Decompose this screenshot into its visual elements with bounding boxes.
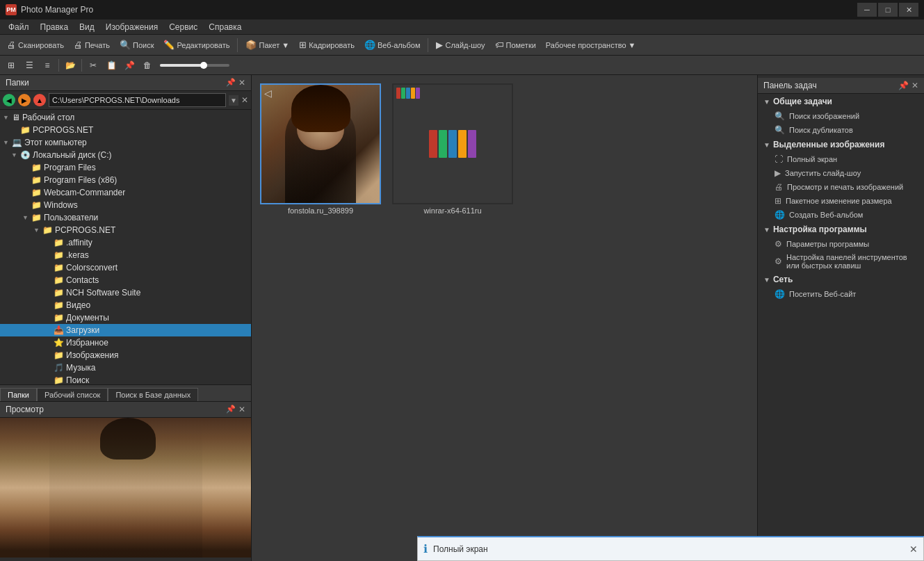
view-grid-button[interactable]: ⊞: [3, 58, 19, 73]
tree-label: Этот компьютер: [24, 138, 87, 147]
preview-pin-icon[interactable]: 📌: [226, 405, 236, 414]
tree-item-favorites[interactable]: ⭐ Избранное: [0, 336, 251, 349]
tree-item-pcprogs-user[interactable]: ▼ 📁 PCPROGS.NET: [0, 224, 251, 236]
tab-worklist[interactable]: Рабочий список: [37, 388, 108, 401]
up-button[interactable]: ▲: [33, 94, 46, 106]
tree-item-search-folder[interactable]: 📁 Поиск: [0, 374, 251, 384]
favorites-icon: ⭐: [54, 338, 64, 348]
task-batch-resize[interactable]: ⊞ Пакетное изменение размера: [758, 194, 924, 208]
right-panel-header: Панель задач 📌 ✕: [758, 78, 924, 94]
view-details-button[interactable]: ≡: [39, 58, 56, 73]
task-view-print[interactable]: 🖨 Просмотр и печать изображений: [758, 180, 924, 194]
task-visit-website[interactable]: 🌐 Посетить Веб-сайт: [758, 287, 924, 301]
menu-view[interactable]: Вид: [74, 21, 100, 33]
tree-item-pictures[interactable]: 📁 Изображения: [0, 349, 251, 361]
tree-item-colorsconvert[interactable]: 📁 Colorsconvert: [0, 261, 251, 274]
tree-item-documents[interactable]: 📁 Документы: [0, 311, 251, 324]
tree-item-program-files[interactable]: 📁 Program Files: [0, 161, 251, 174]
tree-item-downloads[interactable]: 📥 Загрузки: [0, 324, 251, 336]
tree-item-keras[interactable]: 📁 .keras: [0, 249, 251, 261]
forward-button[interactable]: ▶: [18, 94, 31, 106]
tree-item-video[interactable]: 📁 Видео: [0, 299, 251, 311]
tree-item-nch[interactable]: 📁 NCH Software Suite: [0, 286, 251, 299]
folder-icon: 📁: [31, 175, 42, 185]
wr-books: [429, 130, 476, 158]
file-tree[interactable]: ▼ 🖥 Рабочий стол 📁 PCPROGS.NET ▼ 💻 Этот …: [0, 110, 251, 384]
copy-button[interactable]: 📋: [103, 58, 120, 73]
task-search-duplicates[interactable]: 🔍 Поиск дубликатов: [758, 123, 924, 137]
tree-item-desktop[interactable]: ▼ 🖥 Рабочий стол: [0, 111, 251, 124]
task-fullscreen[interactable]: ⛶ Полный экран: [758, 152, 924, 166]
menu-file[interactable]: Файл: [3, 21, 35, 33]
folders-header-controls: 📌 ✕: [226, 78, 245, 88]
task-create-webalbum[interactable]: 🌐 Создать Веб-альбом: [758, 208, 924, 222]
menu-service[interactable]: Сервис: [163, 21, 203, 33]
view-list-button[interactable]: ☰: [21, 58, 38, 73]
zoom-slider[interactable]: [160, 64, 229, 67]
tree-item-program-files-x86[interactable]: 📁 Program Files (x86): [0, 174, 251, 186]
package-button[interactable]: 📦 Пакет ▼: [241, 38, 293, 52]
section-arrow-general: ▼: [763, 98, 770, 106]
folder-button[interactable]: 📂: [62, 58, 79, 73]
task-toolbar-settings[interactable]: ⚙ Настройка панелей инструментов или быс…: [758, 251, 924, 272]
minimize-button[interactable]: ─: [857, 3, 877, 17]
thumbnail-photo[interactable]: ◁ fonstola.ru_398899: [257, 81, 384, 218]
workspace-button[interactable]: Рабочее пространство ▼: [542, 39, 640, 51]
right-panel-close[interactable]: ✕: [911, 81, 918, 90]
cut-button[interactable]: ✂: [85, 58, 102, 73]
folder-tab-bar: Папки Рабочий список Поиск в Базе данных: [0, 384, 251, 401]
section-arrow-settings: ▼: [763, 226, 770, 234]
address-input[interactable]: [49, 93, 226, 107]
close-button[interactable]: ✕: [899, 3, 918, 17]
folders-close-button[interactable]: ✕: [238, 78, 245, 88]
music-icon: 🎵: [54, 363, 64, 373]
print-button[interactable]: 🖨 Печать: [70, 38, 114, 52]
maximize-button[interactable]: □: [878, 3, 898, 17]
preview-close-button[interactable]: ✕: [238, 405, 245, 414]
back-button[interactable]: ◀: [3, 94, 15, 106]
section-settings-label: Настройка программы: [773, 225, 867, 234]
tree-item-affinity[interactable]: 📁 .affinity: [0, 236, 251, 249]
paste-button[interactable]: 📌: [121, 58, 138, 73]
delete-button[interactable]: 🗑: [139, 58, 156, 73]
edit-button[interactable]: ✏️ Редактировать: [159, 38, 234, 52]
tree-item-c-drive[interactable]: ▼ 💿 Локальный диск (C:): [0, 149, 251, 161]
menu-images[interactable]: Изображения: [100, 21, 163, 33]
bookmarks-button[interactable]: 🏷 Пометки: [491, 38, 540, 52]
section-selected-header[interactable]: ▼ Выделенные изображения: [758, 137, 924, 152]
menu-help[interactable]: Справка: [203, 21, 247, 33]
task-app-settings[interactable]: ⚙ Параметры программы: [758, 237, 924, 251]
tree-item-users[interactable]: ▼ 📁 Пользователи: [0, 211, 251, 224]
address-dropdown-button[interactable]: ▼: [229, 95, 238, 106]
webalbum-button[interactable]: 🌐 Веб-альбом: [360, 38, 425, 52]
section-general-header[interactable]: ▼ Общие задачи: [758, 94, 924, 109]
address-close-button[interactable]: ✕: [241, 95, 248, 105]
section-network-header[interactable]: ▼ Сеть: [758, 272, 924, 287]
crop-button[interactable]: ⊞ Кадрировать: [295, 38, 359, 52]
tab-folders[interactable]: Папки: [0, 388, 37, 401]
preview-image: [0, 418, 251, 558]
notification-close-button[interactable]: ✕: [909, 544, 918, 555]
tree-item-contacts[interactable]: 📁 Contacts: [0, 274, 251, 286]
zoom-slider-thumb[interactable]: [200, 62, 207, 69]
tree-item-webcam[interactable]: 📁 Webcam-Commander: [0, 186, 251, 199]
tree-item-windows[interactable]: 📁 Windows: [0, 199, 251, 211]
right-panel-pin[interactable]: 📌: [898, 81, 909, 90]
resize-icon: ⊞: [775, 196, 781, 206]
menu-edit[interactable]: Правка: [35, 21, 74, 33]
tree-item-music[interactable]: 🎵 Музыка: [0, 361, 251, 374]
task-search-images[interactable]: 🔍 Поиск изображений: [758, 109, 924, 123]
search-button[interactable]: 🔍 Поиск: [115, 38, 158, 52]
pin-icon[interactable]: 📌: [226, 78, 236, 88]
tree-label: PCPROGS.NET: [55, 225, 115, 235]
tab-search-db[interactable]: Поиск в Базе данных: [108, 388, 198, 401]
scan-button[interactable]: 🖨 Сканировать: [3, 38, 68, 52]
tree-item-pcprogs[interactable]: 📁 PCPROGS.NET: [0, 124, 251, 136]
tree-item-mycomputer[interactable]: ▼ 💻 Этот компьютер: [0, 136, 251, 149]
folder-icon: 📁: [54, 288, 64, 298]
task-slideshow[interactable]: ▶ Запустить слайд-шоу: [758, 166, 924, 180]
slideshow-button[interactable]: ▶ Слайд-шоу: [432, 38, 489, 52]
tree-label: Webcam-Commander: [44, 188, 125, 197]
section-settings-header[interactable]: ▼ Настройка программы: [758, 222, 924, 237]
thumbnail-winrar[interactable]: winrar-x64-611ru: [389, 81, 516, 218]
